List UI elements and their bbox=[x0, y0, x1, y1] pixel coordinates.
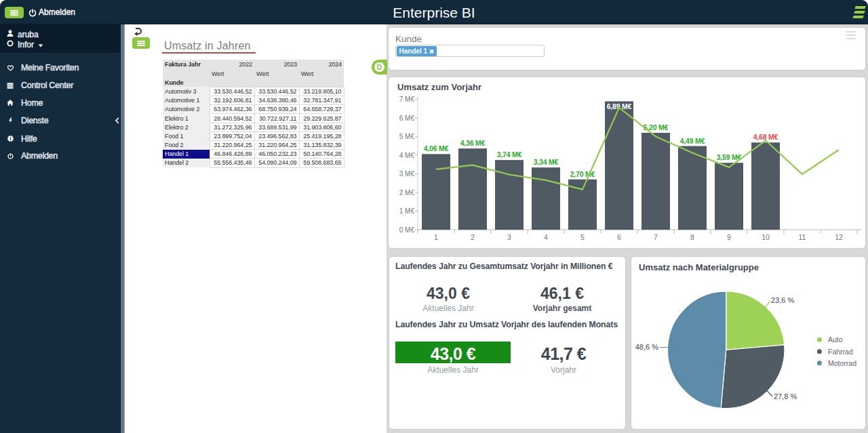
svg-text:4 M€: 4 M€ bbox=[399, 152, 415, 159]
svg-text:3 M€: 3 M€ bbox=[399, 170, 415, 178]
svg-text:5 M€: 5 M€ bbox=[399, 133, 415, 140]
svg-text:8: 8 bbox=[690, 233, 694, 241]
svg-text:4,06 M€: 4,06 M€ bbox=[424, 144, 449, 152]
svg-text:4,36 M€: 4,36 M€ bbox=[460, 139, 486, 147]
svg-text:7: 7 bbox=[654, 233, 658, 241]
svg-text:23,6 %: 23,6 % bbox=[771, 296, 794, 304]
svg-text:3,34 M€: 3,34 M€ bbox=[534, 158, 559, 166]
svg-text:2 M€: 2 M€ bbox=[399, 189, 415, 197]
svg-text:Fahrrad: Fahrrad bbox=[828, 348, 853, 356]
svg-text:11: 11 bbox=[799, 233, 806, 241]
svg-text:1 M€: 1 M€ bbox=[399, 207, 415, 215]
svg-text:Auto: Auto bbox=[828, 335, 843, 344]
svg-text:27,8 %: 27,8 % bbox=[774, 392, 797, 400]
svg-text:12: 12 bbox=[835, 233, 843, 241]
svg-text:10: 10 bbox=[762, 233, 770, 241]
svg-text:3,74 M€: 3,74 M€ bbox=[497, 150, 522, 159]
svg-text:9: 9 bbox=[727, 233, 731, 241]
svg-text:Motorrad: Motorrad bbox=[828, 359, 856, 367]
svg-text:5: 5 bbox=[580, 233, 585, 241]
svg-text:48,6 %: 48,6 % bbox=[635, 343, 658, 351]
svg-text:2: 2 bbox=[471, 233, 475, 241]
svg-text:7 M€: 7 M€ bbox=[399, 96, 415, 103]
svg-text:4: 4 bbox=[544, 233, 548, 241]
svg-text:0 M€: 0 M€ bbox=[399, 226, 415, 234]
svg-text:6: 6 bbox=[617, 233, 621, 241]
svg-text:1: 1 bbox=[434, 233, 438, 241]
svg-text:6 M€: 6 M€ bbox=[399, 115, 415, 122]
svg-text:3: 3 bbox=[507, 233, 511, 241]
svg-text:4,49 M€: 4,49 M€ bbox=[680, 137, 705, 145]
